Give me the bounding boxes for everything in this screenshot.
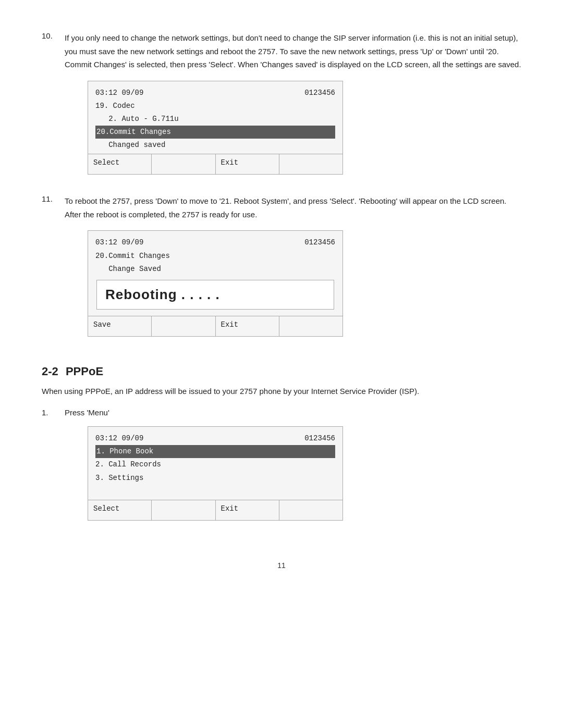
lcd-btn-empty-2b bbox=[279, 316, 342, 336]
lcd-buttons-1: Select Exit bbox=[88, 154, 342, 174]
lcd-header-3: 03:12 09/09 0123456 bbox=[95, 432, 335, 445]
lcd-btn-empty-3a bbox=[152, 500, 215, 520]
lcd-row-1-0: 19. Codec bbox=[95, 100, 335, 113]
sub-item-text-1: Press 'Menu' bbox=[65, 408, 521, 417]
lcd-buttons-2: Save Exit bbox=[88, 316, 342, 336]
lcd-time-2: 03:12 09/09 bbox=[95, 236, 143, 249]
section-intro: When using PPPoE, an IP address will be … bbox=[42, 387, 521, 396]
lcd-ext-3: 0123456 bbox=[304, 432, 335, 445]
section-heading-pppoe: 2-2 PPPoE bbox=[42, 365, 521, 378]
lcd-row-1-3: Changed saved bbox=[95, 139, 335, 152]
lcd-buttons-3: Select Exit bbox=[88, 500, 342, 520]
lcd-btn-empty-2a bbox=[152, 316, 215, 336]
section-number: 2-2 bbox=[42, 365, 58, 378]
lcd-screen-3: 03:12 09/09 0123456 1. Phone Book 2. Cal… bbox=[88, 426, 343, 521]
lcd-row-3-0-highlighted: 1. Phone Book bbox=[95, 445, 335, 458]
lcd-body-1: 03:12 09/09 0123456 19. Codec 2. Auto - … bbox=[88, 81, 342, 154]
lcd-header-1: 03:12 09/09 0123456 bbox=[95, 87, 335, 100]
lcd-row-1-1: 2. Auto - G.711u bbox=[95, 113, 335, 126]
lcd-ext-1: 0123456 bbox=[304, 87, 335, 100]
lcd-row-3-2: 3. Settings bbox=[95, 472, 335, 485]
lcd-time-3: 03:12 09/09 bbox=[95, 432, 143, 445]
paragraph-item-10: 10. If you only need to change the netwo… bbox=[42, 31, 521, 184]
lcd-row-1-2-highlighted: 20.Commit Changes bbox=[95, 126, 335, 139]
lcd-row-3-3 bbox=[95, 485, 335, 498]
lcd-btn-select-1: Select bbox=[88, 154, 152, 174]
lcd-row-2-0: 20.Commit Changes bbox=[95, 250, 335, 263]
lcd-btn-save-2: Save bbox=[88, 316, 152, 336]
lcd-rebooting-text: Rebooting . . . . . bbox=[96, 280, 334, 310]
section-intro-text: When using PPPoE, an IP address will be … bbox=[42, 387, 419, 396]
page-number: 11 bbox=[42, 561, 521, 570]
lcd-btn-exit-3: Exit bbox=[216, 500, 279, 520]
lcd-row-2-1: Change Saved bbox=[95, 263, 335, 276]
lcd-body-2: 03:12 09/09 0123456 20.Commit Changes Ch… bbox=[88, 231, 342, 316]
lcd-ext-2: 0123456 bbox=[304, 236, 335, 249]
lcd-btn-empty-1b bbox=[279, 154, 342, 174]
item-text-11: To reboot the 2757, press 'Down' to move… bbox=[65, 194, 521, 221]
item-number-10: 10. bbox=[42, 31, 56, 184]
lcd-time-1: 03:12 09/09 bbox=[95, 87, 143, 100]
lcd-btn-exit-2: Exit bbox=[216, 316, 279, 336]
item-number-11: 11. bbox=[42, 194, 56, 346]
lcd-btn-exit-1: Exit bbox=[216, 154, 279, 174]
paragraph-item-11: 11. To reboot the 2757, press 'Down' to … bbox=[42, 194, 521, 346]
lcd-screen-1: 03:12 09/09 0123456 19. Codec 2. Auto - … bbox=[88, 81, 343, 175]
lcd-header-2: 03:12 09/09 0123456 bbox=[95, 236, 335, 249]
lcd-body-3: 03:12 09/09 0123456 1. Phone Book 2. Cal… bbox=[88, 427, 342, 500]
sub-item-1: 1. Press 'Menu' 03:12 09/09 0123456 1. P… bbox=[42, 408, 521, 530]
lcd-row-3-1: 2. Call Records bbox=[95, 458, 335, 471]
lcd-btn-select-3: Select bbox=[88, 500, 152, 520]
lcd-btn-empty-3b bbox=[279, 500, 342, 520]
sub-item-number-1: 1. bbox=[42, 408, 56, 530]
lcd-btn-empty-1a bbox=[152, 154, 215, 174]
lcd-screen-2: 03:12 09/09 0123456 20.Commit Changes Ch… bbox=[88, 230, 343, 337]
section-title: PPPoE bbox=[66, 365, 103, 378]
item-text-10: If you only need to change the network s… bbox=[65, 31, 521, 71]
